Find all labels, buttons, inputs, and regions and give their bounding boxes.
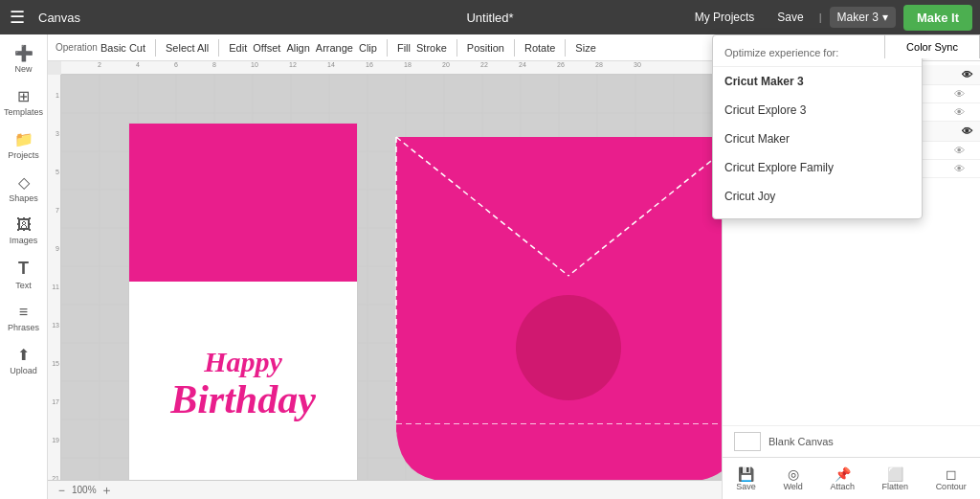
ruler-mark: 6 <box>174 61 178 68</box>
edit-label[interactable]: Edit <box>229 42 247 54</box>
sidebar-label-templates: Templates <box>4 107 43 117</box>
envelope[interactable] <box>387 123 722 480</box>
stroke-label: Stroke <box>416 42 447 54</box>
toolbar: Operation Basic Cut Select All Edit Offs… <box>48 34 722 61</box>
align-label[interactable]: Align <box>286 42 309 54</box>
eye-icon[interactable]: 👁 <box>962 125 972 137</box>
ruler-mark: 5 <box>56 169 59 175</box>
color-sync-button[interactable]: Color Sync <box>884 34 980 58</box>
save-panel-label: Save <box>736 482 756 491</box>
hamburger-button[interactable]: ☰ <box>0 0 34 34</box>
optimize-option-maker3[interactable]: Cricut Maker 3 <box>713 67 922 96</box>
topbar-separator: | <box>819 11 822 23</box>
clip-label[interactable]: Clip <box>359 42 377 54</box>
canvas-content[interactable]: Happy Birthday <box>61 75 722 480</box>
toolbar-separator-3 <box>387 39 388 57</box>
sidebar-label-images: Images <box>10 236 38 245</box>
save-button[interactable]: Save <box>769 7 811 28</box>
ruler-mark: 15 <box>52 360 59 367</box>
sidebar-item-upload[interactable]: ⬆ Upload <box>3 340 45 381</box>
my-projects-button[interactable]: My Projects <box>687 7 763 28</box>
toolbar-separator-4 <box>457 39 457 57</box>
maker-dropdown[interactable]: Maker 3 ▾ <box>830 7 896 28</box>
templates-icon: ⊞ <box>17 87 30 105</box>
ruler-mark: 10 <box>251 61 258 68</box>
zoom-in-button[interactable]: ＋ <box>100 482 113 499</box>
position-label: Position <box>467 42 504 54</box>
sidebar-label-text: Text <box>15 281 32 290</box>
flatten-button[interactable]: ⬜ Flatten <box>882 466 909 491</box>
ruler-mark: 7 <box>56 207 59 214</box>
attach-icon: 📌 <box>835 466 851 482</box>
rotate-label: Rotate <box>524 42 555 54</box>
happy-birthday-text: Happy Birthday <box>170 346 316 421</box>
optimize-option-explore3[interactable]: Cricut Explore 3 <box>713 96 922 125</box>
phrases-icon: ≡ <box>19 304 28 321</box>
ruler-mark: 20 <box>442 61 450 68</box>
eye-icon[interactable]: 👁 <box>954 163 965 174</box>
offset-label[interactable]: Offset <box>253 42 280 54</box>
eye-icon[interactable]: 👁 <box>962 69 972 80</box>
contour-button[interactable]: ◻ Contour <box>936 466 967 491</box>
card-text-area: Happy Birthday <box>129 282 357 480</box>
images-icon: 🖼 <box>16 216 32 234</box>
sidebar-item-text[interactable]: T Text <box>3 253 45 296</box>
bottom-bar: － 100% ＋ <box>48 480 722 499</box>
sidebar-label-shapes: Shapes <box>9 193 38 203</box>
chevron-down-icon: ▾ <box>882 11 888 24</box>
attach-label: Attach <box>830 482 855 491</box>
optimize-popup: Optimize experience for: Cricut Maker 3 … <box>712 34 923 219</box>
birthday-card[interactable]: Happy Birthday <box>128 123 358 480</box>
birthday-word: Birthday <box>170 377 316 421</box>
sidebar-item-phrases[interactable]: ≡ Phrases <box>3 298 45 338</box>
canvas-area[interactable]: 2 4 6 8 10 12 14 16 18 20 22 24 26 28 30… <box>48 61 722 499</box>
blank-canvas-swatch <box>734 432 761 451</box>
save-panel-button[interactable]: 💾 Save <box>736 466 756 491</box>
ruler-mark: 24 <box>519 61 526 68</box>
eye-icon[interactable]: 👁 <box>954 88 965 100</box>
zoom-level: 100% <box>72 485 97 495</box>
flatten-label: Flatten <box>882 482 909 491</box>
make-it-button[interactable]: Make It <box>903 5 972 31</box>
select-all-button[interactable]: Select All <box>166 42 209 54</box>
ruler-mark: 18 <box>404 61 412 68</box>
ruler-mark: 3 <box>56 130 59 137</box>
weld-icon: ◎ <box>788 466 799 482</box>
sidebar-item-images[interactable]: 🖼 Images <box>3 211 45 251</box>
optimize-option-maker[interactable]: Cricut Maker <box>713 125 922 153</box>
text-icon: T <box>18 259 29 279</box>
app-title: Canvas <box>38 11 80 25</box>
attach-button[interactable]: 📌 Attach <box>830 466 855 491</box>
ruler-top: 2 4 6 8 10 12 14 16 18 20 22 24 26 28 30 <box>61 61 722 75</box>
sidebar-item-templates[interactable]: ⊞ Templates <box>3 81 45 123</box>
happy-word: Happy <box>170 346 316 377</box>
weld-button[interactable]: ◎ Weld <box>783 466 802 491</box>
ruler-mark: 16 <box>366 61 373 68</box>
contour-icon: ◻ <box>946 466 957 482</box>
ruler-mark: 26 <box>557 61 565 68</box>
zoom-controls[interactable]: － 100% ＋ <box>56 482 113 499</box>
eye-icon[interactable]: 👁 <box>954 145 965 156</box>
optimize-option-joy[interactable]: Cricut Joy <box>713 182 922 211</box>
flatten-icon: ⬜ <box>887 466 903 482</box>
sidebar-item-shapes[interactable]: ◇ Shapes <box>3 168 45 209</box>
ruler-mark: 13 <box>52 322 59 329</box>
ruler-mark: 2 <box>98 61 101 68</box>
ruler-mark: 14 <box>327 61 335 68</box>
fill-label: Fill <box>397 42 411 54</box>
ruler-mark: 30 <box>634 61 641 68</box>
eye-icon[interactable]: 👁 <box>954 106 965 118</box>
sidebar-item-projects[interactable]: 📁 Projects <box>3 125 45 166</box>
ruler-mark: 1 <box>56 92 59 99</box>
sidebar-label-projects: Projects <box>8 150 39 160</box>
save-icon: 💾 <box>738 466 754 482</box>
optimize-option-explore-family[interactable]: Cricut Explore Family <box>713 153 922 182</box>
sidebar-item-new[interactable]: ➕ New <box>3 38 45 79</box>
operation-value[interactable]: Basic Cut <box>100 42 145 54</box>
zoom-out-button[interactable]: － <box>56 482 68 499</box>
top-bar: ☰ Canvas Untitled* My Projects Save | Ma… <box>0 0 980 34</box>
sidebar-label-new: New <box>14 64 32 74</box>
arrange-label[interactable]: Arrange <box>316 42 353 54</box>
ruler-mark: 28 <box>595 61 603 68</box>
ruler-left: 1 3 5 7 9 11 13 15 17 19 21 <box>48 75 61 499</box>
